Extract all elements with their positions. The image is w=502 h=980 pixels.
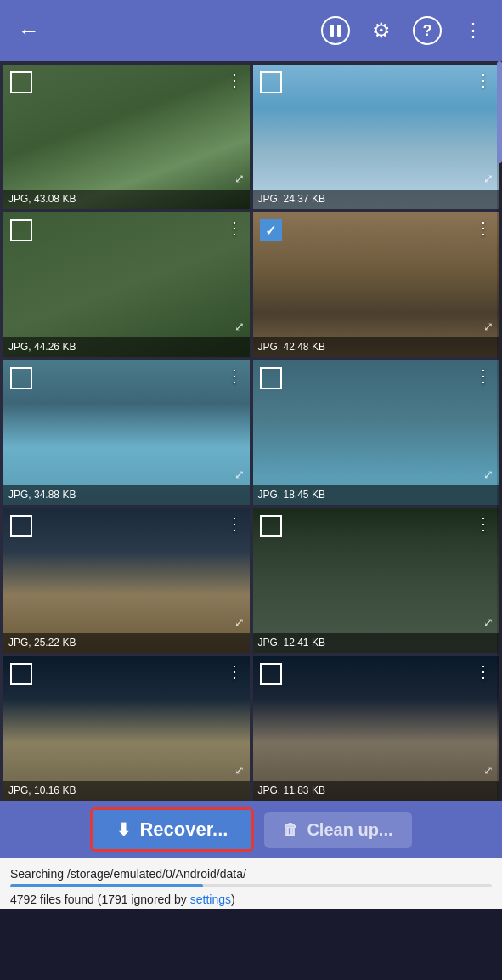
bottom-action-bar: ⬇ Recover... 🗑 Clean up... xyxy=(0,801,502,858)
photo-label-9: JPG, 10.16 KB xyxy=(3,781,250,801)
photo-checkbox-9[interactable] xyxy=(10,663,32,685)
photo-card: ⋮ ⤢ JPG, 25.22 KB xyxy=(3,508,250,653)
photo-grid: ⋮ ⤢ JPG, 43.08 KB ⋮ ⤢ JPG, 24.37 KB ⋮ ⤢ … xyxy=(0,61,502,801)
photo-label-6: JPG, 18.45 KB xyxy=(253,485,499,505)
top-bar: ← ⚙ ? ⋮ xyxy=(0,0,502,61)
trash-icon: 🗑 xyxy=(283,821,298,839)
more-options-button[interactable]: ⋮ xyxy=(458,15,488,46)
progress-bar-fill xyxy=(10,884,203,887)
photo-label-10: JPG, 11.83 KB xyxy=(253,781,499,801)
scrollbar[interactable] xyxy=(497,61,502,801)
expand-icon-10[interactable]: ⤢ xyxy=(483,763,494,777)
expand-icon-4[interactable]: ⤢ xyxy=(483,320,494,333)
status-count: 4792 files found (1791 ignored by settin… xyxy=(10,892,492,906)
photo-card: ⋮ ⤢ JPG, 43.08 KB xyxy=(3,65,250,209)
photo-checkbox-5[interactable] xyxy=(10,367,32,389)
photo-card: ⋮ ⤢ JPG, 44.26 KB xyxy=(3,212,250,357)
expand-icon-8[interactable]: ⤢ xyxy=(483,615,494,629)
photo-menu-1[interactable]: ⋮ xyxy=(226,71,243,88)
expand-icon-5[interactable]: ⤢ xyxy=(234,467,245,481)
photo-menu-3[interactable]: ⋮ xyxy=(226,219,243,236)
scroll-thumb[interactable] xyxy=(497,61,502,163)
status-path: Searching /storage/emulated/0/Android/da… xyxy=(10,867,492,881)
settings-button[interactable]: ⚙ xyxy=(366,15,397,46)
photo-checkbox-3[interactable] xyxy=(10,219,32,241)
photo-menu-4[interactable]: ⋮ xyxy=(475,219,492,236)
expand-icon-2[interactable]: ⤢ xyxy=(483,172,494,185)
cleanup-button[interactable]: 🗑 Clean up... xyxy=(264,812,411,848)
photo-card: ⋮ ⤢ JPG, 12.41 KB xyxy=(253,508,499,653)
recover-label: Recover... xyxy=(139,819,228,841)
photo-menu-10[interactable]: ⋮ xyxy=(475,663,492,680)
photo-checkbox-10[interactable] xyxy=(260,663,282,685)
photo-checkbox-1[interactable] xyxy=(10,71,32,93)
photo-card: ⋮ ⤢ JPG, 24.37 KB xyxy=(253,65,499,209)
expand-icon-3[interactable]: ⤢ xyxy=(234,320,245,333)
dots-icon: ⋮ xyxy=(464,20,483,42)
photo-card: ⋮ ⤢ JPG, 42.48 KB xyxy=(253,212,499,357)
photo-label-3: JPG, 44.26 KB xyxy=(3,337,250,357)
photo-checkbox-7[interactable] xyxy=(10,515,32,537)
count-text: 4792 files found (1791 ignored by xyxy=(10,892,190,906)
photo-checkbox-6[interactable] xyxy=(260,367,282,389)
photo-menu-2[interactable]: ⋮ xyxy=(475,71,492,88)
photo-label-2: JPG, 24.37 KB xyxy=(253,190,499,209)
photo-label-1: JPG, 43.08 KB xyxy=(3,190,250,209)
photo-label-5: JPG, 34.88 KB xyxy=(3,485,250,505)
expand-icon-6[interactable]: ⤢ xyxy=(483,467,494,481)
photo-checkbox-2[interactable] xyxy=(260,71,282,93)
recover-button[interactable]: ⬇ Recover... xyxy=(90,807,254,852)
photo-menu-7[interactable]: ⋮ xyxy=(226,515,243,532)
gear-icon: ⚙ xyxy=(372,19,391,42)
help-icon: ? xyxy=(413,16,442,45)
photo-menu-8[interactable]: ⋮ xyxy=(475,515,492,532)
photo-card: ⋮ ⤢ JPG, 34.88 KB xyxy=(3,360,250,505)
count-suffix: ) xyxy=(231,892,235,906)
photo-checkbox-8[interactable] xyxy=(260,515,282,537)
cleanup-label: Clean up... xyxy=(307,820,392,840)
photo-label-4: JPG, 42.48 KB xyxy=(253,337,499,357)
help-button[interactable]: ? xyxy=(412,15,443,46)
photo-checkbox-4[interactable] xyxy=(260,219,282,241)
expand-icon-9[interactable]: ⤢ xyxy=(234,763,245,777)
photo-card: ⋮ ⤢ JPG, 18.45 KB xyxy=(253,360,499,505)
status-area: Searching /storage/emulated/0/Android/da… xyxy=(0,858,502,909)
photo-card: ⋮ ⤢ JPG, 10.16 KB xyxy=(3,656,250,801)
pause-button[interactable] xyxy=(320,15,351,46)
photo-menu-9[interactable]: ⋮ xyxy=(226,663,243,680)
pause-icon xyxy=(321,16,350,45)
photo-menu-6[interactable]: ⋮ xyxy=(475,367,492,384)
expand-icon-7[interactable]: ⤢ xyxy=(234,615,245,629)
photo-label-8: JPG, 12.41 KB xyxy=(253,633,499,653)
progress-bar xyxy=(10,884,492,887)
download-icon: ⬇ xyxy=(116,819,131,840)
back-button[interactable]: ← xyxy=(14,15,44,46)
expand-icon-1[interactable]: ⤢ xyxy=(234,172,245,185)
photo-card: ⋮ ⤢ JPG, 11.83 KB xyxy=(253,656,499,801)
settings-link[interactable]: settings xyxy=(190,892,231,906)
photo-menu-5[interactable]: ⋮ xyxy=(226,367,243,384)
photo-label-7: JPG, 25.22 KB xyxy=(3,633,250,653)
